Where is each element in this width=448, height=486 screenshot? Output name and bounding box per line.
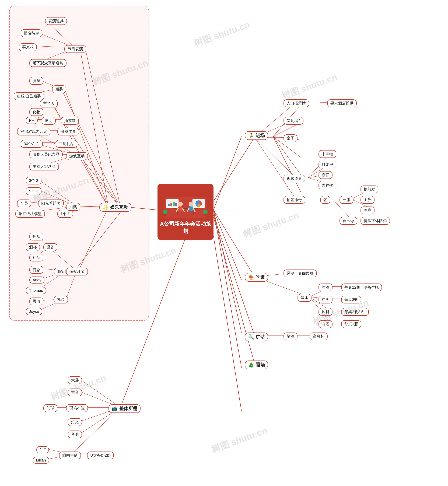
- node-zijizuo: 自己做: [339, 217, 357, 225]
- svg-point-32: [178, 202, 183, 207]
- node-zhuozi: 桌子: [283, 134, 297, 142]
- node-hongjiu: 红酒: [319, 296, 333, 303]
- node-shebei: 设备: [43, 243, 57, 251]
- svg-rect-37: [189, 207, 193, 211]
- svg-rect-27: [173, 202, 175, 206]
- node-andy: Andy: [29, 277, 44, 284]
- svg-line-5: [214, 210, 241, 367]
- node-hongjiu-detail: 每桌2瓶: [341, 296, 361, 303]
- node-qiqiu: 气球: [43, 404, 57, 412]
- svg-rect-25: [168, 204, 170, 206]
- node-denglong: 灯笼串: [319, 161, 336, 168]
- watermark-3: 树图 shutu.cn: [280, 71, 339, 102]
- node-baoming: 报名待定: [21, 29, 42, 37]
- svg-line-116: [80, 379, 120, 407]
- svg-line-48: [214, 217, 255, 364]
- speech-icon: 🔍: [248, 334, 254, 340]
- node-rukou: 入口指示牌: [283, 99, 309, 107]
- svg-line-18: [273, 136, 301, 192]
- svg-line-46: [214, 210, 255, 277]
- svg-line-1: [214, 136, 241, 210]
- section-speech: 🔍 讲话: [245, 333, 268, 341]
- node-qiandao: 签到墙?: [283, 117, 304, 125]
- node-lillian: Lillian: [33, 457, 49, 464]
- node-gaojiaobei: 高脚杯: [310, 333, 328, 340]
- node-maishuhua: 买束花: [19, 43, 37, 51]
- node-quanyuan: 全员: [17, 199, 31, 207]
- section-overall: 📺 整体所需: [109, 404, 141, 413]
- node-pijiu: 啤酒: [319, 284, 333, 291]
- svg-rect-26: [170, 203, 172, 206]
- node-zhongguo-jie: 中国结: [319, 150, 336, 158]
- node-huimin: 需要一桌回民餐: [283, 270, 317, 277]
- svg-line-17: [273, 136, 301, 175]
- node-touming: 透明: [42, 117, 56, 125]
- svg-line-91: [255, 137, 296, 199]
- node-zhuchiren: 主持人: [40, 100, 58, 107]
- exit-icon: 🎄: [248, 362, 254, 368]
- eating-icon: 🍖: [248, 274, 254, 280]
- svg-point-36: [189, 202, 193, 207]
- node-yanzhi-jinian: 演职人员纪念品: [29, 151, 63, 158]
- svg-line-6: [214, 236, 241, 411]
- node-fenjiang-huanjie: 颁奖环节: [66, 268, 88, 275]
- center-illustration: [163, 192, 208, 220]
- svg-rect-33: [178, 207, 182, 211]
- node-wutai: 舞台: [68, 389, 82, 396]
- node-pr: PR: [26, 117, 38, 124]
- node-yinliao: 饮料: [319, 308, 333, 316]
- node-thomas: Thomas: [26, 287, 46, 294]
- node-liwu: 礼品: [29, 254, 43, 262]
- node-choujiang: 抽奖: [66, 203, 80, 211]
- svg-line-90: [255, 137, 296, 178]
- node-chunlian: 春联: [319, 171, 333, 179]
- svg-rect-28: [175, 203, 177, 206]
- node-tuopan: 托盘: [29, 233, 43, 240]
- node-jeff: Jeff: [36, 446, 49, 453]
- node-zhuan: 主券: [360, 196, 375, 204]
- node-jiushui: 酒水: [297, 294, 312, 302]
- node-mengpei: 孟倩: [29, 297, 43, 305]
- node-liyi: 礼仪: [54, 296, 68, 303]
- entertainment-icon: ✨: [103, 204, 109, 210]
- node-yinxiang: 音响: [68, 430, 82, 438]
- entrance-icon: 🏃: [248, 133, 254, 138]
- node-yanyuan: 演员: [29, 77, 43, 85]
- node-xianchang-buzhi: 现场布置: [66, 404, 88, 412]
- node-genjv: 根据游戏内容定: [17, 128, 50, 135]
- node-jixiangwu: 吉祥物: [319, 182, 336, 189]
- watermark-6: 树图 shutu.cn: [241, 209, 300, 241]
- node-huazhuang: 化妆: [29, 108, 43, 116]
- node-5ge3: 5个 3: [26, 187, 41, 195]
- node-gen-tongshi: 跟同事借: [59, 452, 81, 459]
- node-xiangzheng: 象征纸板模型: [16, 210, 45, 218]
- section-eating: 🍖 吃饭: [245, 273, 268, 282]
- node-pijiu-detail: 每桌12瓶，另备**瓶: [341, 284, 382, 291]
- node-jiemu: 节目表演: [64, 45, 86, 53]
- svg-point-43: [203, 210, 208, 214]
- node-30ge: 30个左右: [21, 140, 43, 148]
- section-exit: 🎄 退场: [245, 360, 268, 369]
- node-jiubei: 酒杯: [26, 243, 40, 251]
- node-changxia: 场下观众互动道具: [29, 59, 66, 67]
- section-entertainment: ✨ 娱乐互动: [99, 203, 131, 212]
- node-dengguang: 灯光: [68, 418, 82, 426]
- node-chouqianxiang: 抽签箱: [61, 117, 79, 125]
- svg-line-4: [214, 210, 241, 333]
- section-entrance: 🏃 进场: [245, 131, 268, 140]
- node-chouqian-paihao: 抽签排号: [283, 196, 305, 204]
- node-qian: 签: [320, 196, 330, 204]
- svg-line-45: [214, 137, 255, 201]
- node-hezong: 何总: [29, 266, 43, 274]
- node-yizhang: 一张: [339, 196, 353, 204]
- node-hudong-liwu: 互动礼品: [56, 140, 77, 148]
- watermark-2: 树图 shutu.cn: [192, 18, 251, 50]
- node-1ge1: 1个 1: [57, 210, 73, 218]
- center-card-title: A公司新年年会活动策划: [158, 220, 214, 235]
- node-3ge2: 3个 2: [26, 177, 41, 184]
- node-tiqianfa: 提前发: [360, 185, 378, 193]
- node-biaoyan-daoju: 表演道具: [45, 17, 67, 25]
- watermark-9: 树图 shutu.cn: [210, 424, 269, 456]
- node-youxi-hudong: 游戏互动: [66, 152, 88, 160]
- center-card: A公司新年年会活动策划: [158, 184, 214, 240]
